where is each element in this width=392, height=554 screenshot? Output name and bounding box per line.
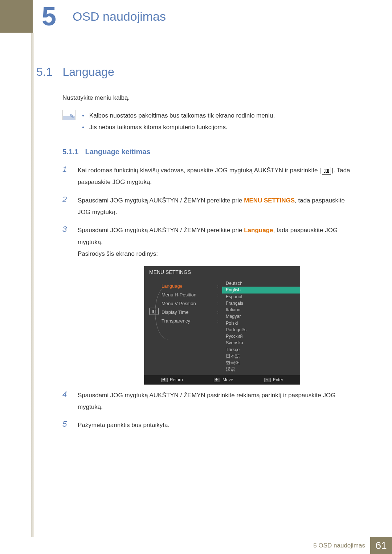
note-block: Kalbos nuostatos pakeitimas bus taikomas… bbox=[62, 110, 356, 134]
subsection-title: Language keitimas bbox=[85, 148, 150, 156]
step: 4 Spausdami JOG mygtuką AUKŠTYN / ŽEMYN … bbox=[62, 390, 356, 413]
step-number: 1 bbox=[62, 165, 70, 188]
footer-label: 5 OSD naudojimas bbox=[308, 537, 370, 554]
osd-lang-option: Português bbox=[222, 327, 300, 333]
osd-lang-option: Türkçe bbox=[222, 346, 300, 353]
step-text: Kai rodomas funkcinių klavišų vadovas, s… bbox=[78, 165, 356, 188]
chapter-header: 5 OSD naudojimas bbox=[0, 0, 392, 33]
section-number: 5.1 bbox=[36, 65, 52, 79]
note-item: Jis nebus taikomas kitoms kompiuterio fu… bbox=[82, 122, 356, 133]
step-text: Spausdami JOG mygtuką AUKŠTYN / ŽEMYN pe… bbox=[78, 195, 356, 218]
subsection-number: 5.1.1 bbox=[62, 148, 78, 156]
enter-icon bbox=[264, 378, 271, 382]
steps-list: 1 Kai rodomas funkcinių klavišų vadovas,… bbox=[62, 165, 356, 431]
highlight: Language bbox=[244, 227, 273, 234]
note-list: Kalbos nuostatos pakeitimas bus taikomas… bbox=[82, 110, 356, 134]
osd-screenshot: MENU SETTINGS Language: Menu H-Position:… bbox=[89, 266, 356, 385]
osd-lang-option: Français bbox=[222, 300, 300, 307]
step: 3 Spausdami JOG mygtuką AUKŠTYN / ŽEMYN … bbox=[62, 225, 356, 260]
osd-lang-option: Русский bbox=[222, 333, 300, 340]
osd-item: Language: bbox=[149, 282, 222, 290]
osd-lang-option: 日本語 bbox=[222, 353, 300, 360]
step-text: Spausdami JOG mygtuką AUKŠTYN / ŽEMYN pe… bbox=[78, 225, 356, 260]
step-text: Spausdami JOG mygtuką AUKŠTYN / ŽEMYN pa… bbox=[78, 390, 356, 413]
step: 5 Pažymėta parinktis bus pritaikyta. bbox=[62, 419, 356, 431]
step: 1 Kai rodomas funkcinių klavišų vadovas,… bbox=[62, 165, 356, 188]
section-header: 5.1 Language bbox=[36, 65, 356, 79]
page-content: 5.1 Language Nustatykite meniu kalbą. Ka… bbox=[0, 33, 392, 431]
osd-menu: MENU SETTINGS Language: Menu H-Position:… bbox=[144, 266, 300, 385]
osd-body: Language: Menu H-Position: Menu V-Positi… bbox=[144, 278, 300, 375]
osd-footer-move: Move bbox=[214, 377, 233, 382]
osd-lang-option: Italiano bbox=[222, 307, 300, 313]
osd-section-icon bbox=[149, 308, 159, 315]
step-text: Pažymėta parinktis bus pritaikyta. bbox=[78, 419, 356, 431]
step-number: 3 bbox=[62, 225, 70, 260]
osd-lang-option: Deutsch bbox=[222, 280, 300, 287]
osd-left-panel: Language: Menu H-Position: Menu V-Positi… bbox=[144, 278, 222, 375]
chapter-number: 5 bbox=[42, 1, 56, 31]
step: 2 Spausdami JOG mygtuką AUKŠTYN / ŽEMYN … bbox=[62, 195, 356, 218]
osd-lang-option: 한국어 bbox=[222, 360, 300, 366]
section-title: Language bbox=[62, 65, 114, 79]
osd-lang-option: Magyar bbox=[222, 313, 300, 320]
osd-lang-option: Polski bbox=[222, 320, 300, 327]
chapter-title: OSD naudojimas bbox=[65, 0, 392, 33]
step-number: 5 bbox=[62, 419, 70, 431]
return-icon bbox=[161, 378, 168, 382]
note-item: Kalbos nuostatos pakeitimas bus taikomas… bbox=[82, 110, 356, 122]
note-icon bbox=[62, 110, 75, 120]
move-icon bbox=[214, 378, 220, 382]
osd-lang-option: 汉语 bbox=[222, 366, 300, 373]
osd-title: MENU SETTINGS bbox=[144, 266, 300, 278]
highlight: MENU SETTINGS bbox=[244, 197, 295, 204]
subsection-header: 5.1.1 Language keitimas bbox=[62, 148, 356, 156]
osd-lang-option: Svenska bbox=[222, 340, 300, 346]
margin-band bbox=[31, 33, 34, 537]
osd-lang-option: Español bbox=[222, 294, 300, 300]
osd-footer: Return Move Enter bbox=[144, 375, 300, 385]
menu-icon bbox=[322, 167, 331, 175]
step-number: 2 bbox=[62, 195, 70, 218]
footer-page-number: 61 bbox=[370, 537, 392, 554]
osd-language-list: Deutsch English Español Français Italian… bbox=[222, 278, 300, 375]
osd-footer-enter: Enter bbox=[264, 377, 283, 382]
chapter-number-box: 5 bbox=[33, 0, 65, 33]
osd-lang-option-selected: English bbox=[222, 287, 300, 293]
osd-footer-return: Return bbox=[161, 377, 183, 382]
page-footer: 5 OSD naudojimas 61 bbox=[0, 537, 392, 554]
intro-text: Nustatykite meniu kalbą. bbox=[62, 93, 356, 103]
step-number: 4 bbox=[62, 390, 70, 413]
